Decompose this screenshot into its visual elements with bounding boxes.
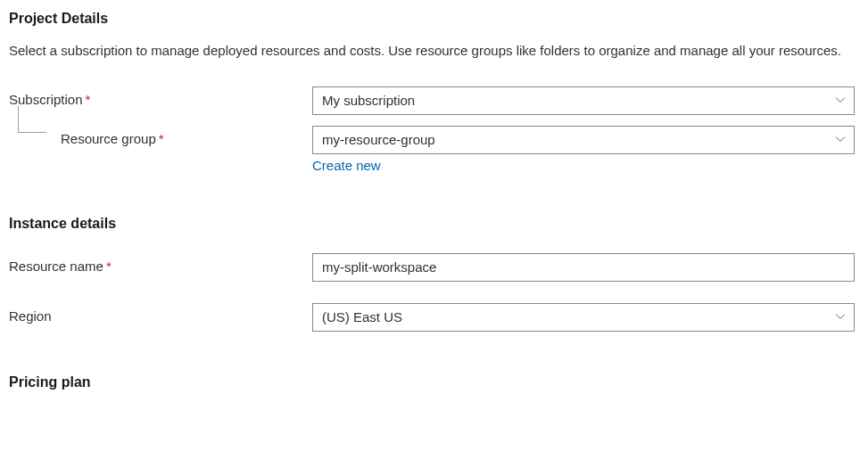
- subscription-select[interactable]: My subscription: [312, 86, 855, 115]
- region-select[interactable]: (US) East US: [312, 303, 855, 332]
- subscription-label: Subscription*: [9, 86, 312, 107]
- pricing-plan-heading: Pricing plan: [9, 374, 859, 390]
- region-label: Region: [9, 303, 312, 324]
- create-new-link[interactable]: Create new: [312, 158, 381, 173]
- required-indicator: *: [86, 92, 91, 107]
- project-details-heading: Project Details: [9, 11, 859, 27]
- resource-name-input[interactable]: [312, 253, 855, 282]
- project-details-description: Select a subscription to manage deployed…: [9, 41, 847, 62]
- instance-details-heading: Instance details: [9, 216, 859, 232]
- resource-group-select[interactable]: my-resource-group: [312, 126, 855, 154]
- tree-connector-icon: [18, 106, 46, 133]
- resource-name-label: Resource name*: [9, 253, 312, 274]
- required-indicator: *: [106, 259, 112, 274]
- resource-group-label: Resource group*: [9, 126, 312, 146]
- required-indicator: *: [159, 131, 164, 146]
